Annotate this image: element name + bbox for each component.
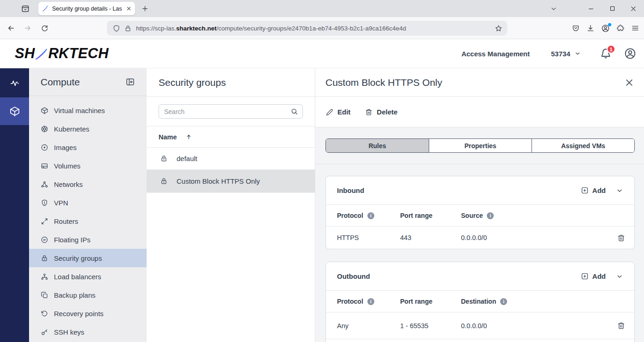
- new-tab-button[interactable]: [142, 5, 148, 12]
- extensions-puzzle-icon[interactable]: [616, 24, 625, 32]
- security-groups-list-panel: Security groups Name default Custom Bloc…: [147, 68, 315, 342]
- pencil-icon: [326, 108, 333, 116]
- window-minimize-button[interactable]: [580, 0, 602, 17]
- sidebar-item-routers[interactable]: Routers: [29, 212, 147, 230]
- sidebar-item-virtual-machines[interactable]: Virtual machines: [29, 101, 147, 120]
- detail-tabs: Rules Properties Assigned VMs: [325, 138, 635, 153]
- outbound-rules-card: Outbound Add Protocoli Port range Destin…: [325, 262, 635, 342]
- sidebar-item-security-groups[interactable]: Security groups: [29, 249, 147, 267]
- kubernetes-wheel-icon: [41, 125, 48, 133]
- inbound-rule-row: HTTPS 443 0.0.0.0/0: [326, 227, 634, 249]
- sidebar-title: Compute: [41, 77, 80, 88]
- info-icon[interactable]: i: [367, 212, 374, 219]
- search-input[interactable]: [159, 104, 303, 119]
- arrows-exchange-icon: [41, 217, 48, 225]
- tracking-protection-shield-icon[interactable]: [112, 24, 120, 32]
- detail-title: Custom Block HTTPS Only: [325, 77, 442, 88]
- sidebar-item-recovery-points[interactable]: Recovery points: [29, 304, 147, 323]
- hierarchy-icon: [41, 273, 48, 281]
- tab-list-chevron-icon[interactable]: [550, 0, 557, 17]
- https-lock-icon[interactable]: [124, 25, 131, 32]
- sidebar-item-kubernetes[interactable]: Kubernetes: [29, 120, 147, 138]
- notification-badge: 1: [607, 45, 615, 54]
- sharktech-logo[interactable]: SH RKTECH: [15, 45, 109, 62]
- info-icon[interactable]: i: [500, 298, 507, 305]
- window-maximize-button[interactable]: [602, 0, 623, 17]
- disc-icon: [41, 144, 48, 151]
- outbound-collapse-chevron-icon[interactable]: [616, 273, 623, 280]
- app-header: SH RKTECH Access Management 53734 1: [0, 39, 644, 68]
- edit-button[interactable]: Edit: [326, 108, 350, 116]
- logo-text-prefix: SH: [15, 45, 35, 62]
- window-close-button[interactable]: [623, 0, 644, 17]
- list-panel-title: Security groups: [159, 77, 226, 88]
- app-rail: [0, 68, 29, 342]
- outbound-title: Outbound: [337, 272, 370, 280]
- browser-tab[interactable]: Security group details - Las Veg: [38, 2, 135, 15]
- browser-toolbar-icons: [572, 21, 639, 36]
- inbound-rules-card: Inbound Add Protocoli Port range Sourcei: [325, 176, 635, 249]
- compute-sidebar: Compute Virtual machines Kubernetes Imag…: [29, 68, 147, 342]
- delete-button[interactable]: Delete: [365, 108, 397, 116]
- firefox-account-icon[interactable]: [601, 24, 610, 33]
- url-bar[interactable]: https://scp-las.sharktech.net/compute/se…: [107, 21, 507, 36]
- inbound-add-button[interactable]: Add: [581, 186, 606, 194]
- sidebar-item-backup-plans[interactable]: Backup plans: [29, 286, 147, 304]
- sidebar-item-networks[interactable]: Networks: [29, 175, 147, 193]
- trash-icon: [365, 108, 372, 116]
- sidebar-item-vpn[interactable]: VPN: [29, 193, 147, 212]
- account-button[interactable]: [624, 48, 636, 60]
- outbound-add-button[interactable]: Add: [581, 272, 606, 280]
- info-icon[interactable]: i: [487, 212, 494, 219]
- plus-square-icon: [581, 272, 589, 280]
- sidebar-item-floating-ips[interactable]: IP Floating IPs: [29, 230, 147, 249]
- rule-protocol: HTTPS: [337, 234, 400, 241]
- notifications-button[interactable]: 1: [600, 48, 611, 59]
- rule-destination: 0.0.0.0/0: [461, 322, 611, 330]
- security-group-detail-panel: Custom Block HTTPS Only Edit Delete Rule…: [315, 68, 644, 342]
- downloads-icon[interactable]: [586, 24, 595, 32]
- bookmark-star-icon[interactable]: [495, 24, 502, 32]
- tab-properties[interactable]: Properties: [429, 139, 532, 152]
- name-column-header[interactable]: Name: [147, 126, 315, 148]
- browser-toolbar: https://scp-las.sharktech.net/compute/se…: [0, 17, 644, 39]
- tab-assigned-vms[interactable]: Assigned VMs: [532, 139, 634, 152]
- close-panel-icon[interactable]: [625, 78, 634, 87]
- forward-button[interactable]: [20, 21, 35, 36]
- tab-rules[interactable]: Rules: [326, 139, 429, 152]
- url-text: https://scp-las.sharktech.net/compute/se…: [136, 25, 495, 32]
- cube-icon: [9, 106, 20, 117]
- rule-port-range: 1 - 65535: [400, 322, 461, 330]
- sidebar-item-ssh-keys[interactable]: SSH keys: [29, 323, 147, 341]
- hard-drive-icon: [41, 162, 48, 170]
- sidebar-item-images[interactable]: Images: [29, 138, 147, 156]
- delete-rule-icon[interactable]: [617, 322, 625, 330]
- sidebar-item-volumes[interactable]: Volumes: [29, 156, 147, 175]
- rotate-ccw-icon: [41, 310, 48, 318]
- rail-item-compute[interactable]: [0, 97, 29, 125]
- tab-favicon-shark-fin: [42, 5, 49, 12]
- shield-icon: [41, 199, 48, 207]
- rule-source: 0.0.0.0/0: [461, 234, 611, 241]
- delete-rule-icon[interactable]: [617, 234, 625, 242]
- padlock-icon: [160, 155, 168, 162]
- tab-close-icon[interactable]: [126, 6, 131, 11]
- menu-hamburger-icon[interactable]: [631, 24, 639, 32]
- reload-button[interactable]: [37, 21, 52, 36]
- list-item-custom-block-https-only[interactable]: Custom Block HTTPS Only: [147, 170, 315, 193]
- sidebar-item-load-balancers[interactable]: Load balancers: [29, 267, 147, 286]
- activity-pulse-icon: [10, 78, 20, 88]
- access-management-link[interactable]: Access Management: [461, 50, 530, 58]
- list-item-default[interactable]: default: [147, 148, 315, 170]
- back-button[interactable]: [4, 21, 18, 36]
- tenant-selector[interactable]: 53734: [551, 50, 581, 58]
- rail-item-monitoring[interactable]: [0, 68, 29, 97]
- inbound-collapse-chevron-icon[interactable]: [616, 187, 623, 194]
- collapse-sidebar-icon[interactable]: [125, 77, 135, 87]
- info-icon[interactable]: i: [367, 298, 374, 305]
- search-icon: [290, 108, 298, 115]
- pocket-icon[interactable]: [572, 24, 580, 32]
- firefox-view-icon[interactable]: [21, 4, 30, 13]
- outbound-rule-row: Any 1 - 65535 0.0.0.0/0: [326, 312, 634, 339]
- padlock-icon: [41, 254, 48, 262]
